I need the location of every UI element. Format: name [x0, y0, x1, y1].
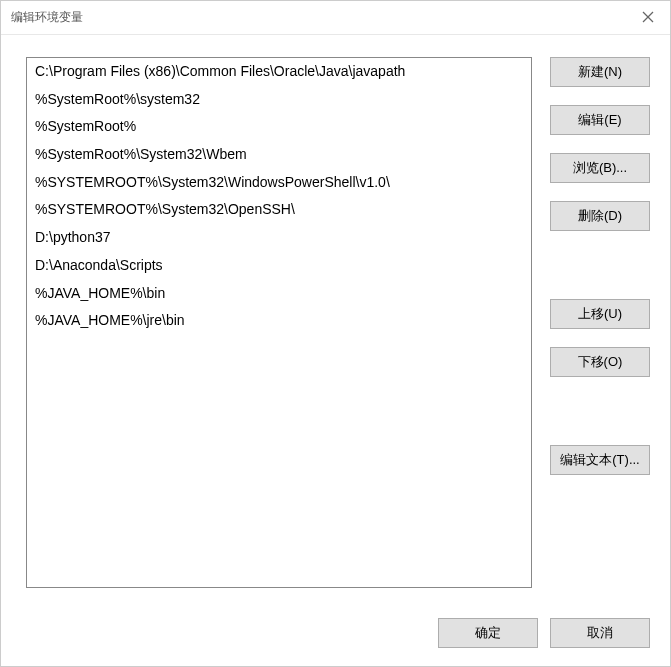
titlebar: 编辑环境变量: [1, 1, 670, 35]
ok-button[interactable]: 确定: [438, 618, 538, 648]
dialog-title: 编辑环境变量: [11, 9, 83, 26]
delete-button[interactable]: 删除(D): [550, 201, 650, 231]
list-item[interactable]: %SystemRoot%\system32: [27, 86, 531, 114]
list-item[interactable]: %JAVA_HOME%\bin: [27, 280, 531, 308]
close-icon: [642, 11, 654, 23]
env-var-dialog: 编辑环境变量 C:\Program Files (x86)\Common Fil…: [0, 0, 671, 667]
list-item[interactable]: %JAVA_HOME%\jre\bin: [27, 307, 531, 335]
list-item[interactable]: D:\python37: [27, 224, 531, 252]
button-column: 新建(N) 编辑(E) 浏览(B)... 删除(D) 上移(U) 下移(O) 编…: [550, 57, 650, 596]
cancel-button[interactable]: 取消: [550, 618, 650, 648]
list-item[interactable]: %SystemRoot%\System32\Wbem: [27, 141, 531, 169]
move-up-button[interactable]: 上移(U): [550, 299, 650, 329]
spacer: [550, 249, 650, 281]
dialog-content: C:\Program Files (x86)\Common Files\Orac…: [1, 35, 670, 606]
browse-button[interactable]: 浏览(B)...: [550, 153, 650, 183]
list-item[interactable]: D:\Anaconda\Scripts: [27, 252, 531, 280]
list-item[interactable]: C:\Program Files (x86)\Common Files\Orac…: [27, 58, 531, 86]
path-listbox[interactable]: C:\Program Files (x86)\Common Files\Orac…: [26, 57, 532, 588]
spacer: [550, 395, 650, 427]
move-down-button[interactable]: 下移(O): [550, 347, 650, 377]
edit-button[interactable]: 编辑(E): [550, 105, 650, 135]
list-item[interactable]: %SystemRoot%: [27, 113, 531, 141]
new-button[interactable]: 新建(N): [550, 57, 650, 87]
dialog-footer: 确定 取消: [1, 606, 670, 666]
list-item[interactable]: %SYSTEMROOT%\System32\OpenSSH\: [27, 196, 531, 224]
close-button[interactable]: [634, 5, 662, 29]
edit-text-button[interactable]: 编辑文本(T)...: [550, 445, 650, 475]
list-item[interactable]: %SYSTEMROOT%\System32\WindowsPowerShell\…: [27, 169, 531, 197]
